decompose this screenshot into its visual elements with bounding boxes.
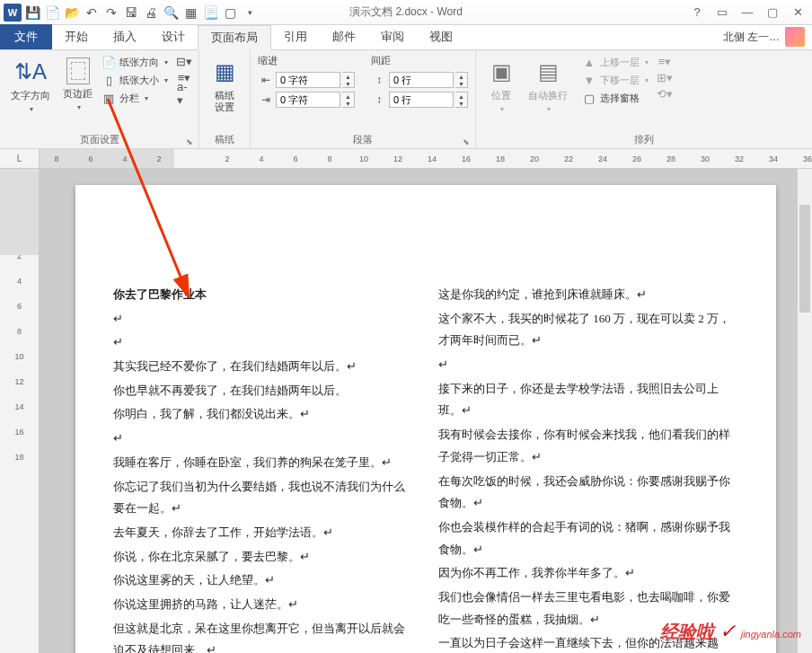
paragraph[interactable]: ↵ <box>438 354 738 376</box>
new-doc-icon[interactable]: 📄 <box>43 4 61 22</box>
qat-more-icon[interactable]: ▾ <box>241 4 259 22</box>
spacing-after-value[interactable]: 0 行 <box>389 92 454 108</box>
user-name[interactable]: 北侧 左一… <box>723 30 780 45</box>
group-label-page-setup[interactable]: 页面设置 <box>7 131 191 146</box>
paragraph[interactable]: ↵ <box>113 331 413 354</box>
margins-button[interactable]: 页边距 ▾ <box>59 54 96 115</box>
paragraph[interactable]: 这个家不大，我买的时候花了 160 万，现在可以卖 2 万，才两年时间而已。↵ <box>438 308 738 352</box>
close-button[interactable]: ✕ <box>787 4 808 22</box>
paragraph[interactable]: 接下来的日子，你还是去学校学法语，我照旧去公司上班。↵ <box>438 378 738 422</box>
spinner-down[interactable]: ▼ <box>342 80 354 87</box>
help-button[interactable]: ? <box>686 4 708 22</box>
paragraph[interactable]: 你也早就不再爱我了，在我们结婚两年以后。 <box>113 380 413 402</box>
page[interactable]: 你去了巴黎作业本 ↵↵其实我已经不爱你了，在我们结婚两年以后。↵你也早就不再爱我… <box>75 185 776 653</box>
preview-icon[interactable]: 🔍 <box>162 4 180 22</box>
size-button[interactable]: ▯ 纸张大小 ▾ <box>102 72 168 88</box>
blank-icon[interactable]: ▢ <box>221 4 239 22</box>
page-content[interactable]: 你去了巴黎作业本 ↵↵其实我已经不爱你了，在我们结婚两年以后。↵你也早就不再爱我… <box>113 284 738 653</box>
file-tab[interactable]: 文件 <box>0 24 52 49</box>
paragraph[interactable]: 你说，你在北京呆腻了，要去巴黎。↵ <box>113 546 413 569</box>
ruler-tick: 28 <box>654 149 688 169</box>
tab-review[interactable]: 审阅 <box>368 24 417 49</box>
paragraph[interactable]: 你说这里雾的天，让人绝望。↵ <box>113 569 413 592</box>
redo-icon[interactable]: ↷ <box>102 4 120 22</box>
paragraph[interactable]: 你明白，我了解，我们都没说出来。↵ <box>113 403 413 426</box>
align-icon[interactable]: ≡▾ <box>658 54 672 68</box>
paragraph[interactable]: 我睡在客厅，你睡在卧室，我们养的狗呆在笼子里。↵ <box>113 452 413 474</box>
spinner-down[interactable]: ▼ <box>455 100 467 107</box>
tab-home[interactable]: 开始 <box>52 24 101 49</box>
orientation-button[interactable]: 📄 纸张方向 ▾ <box>102 54 168 70</box>
spinner-down[interactable]: ▼ <box>455 80 467 87</box>
ruler-tick: 6 <box>74 149 108 169</box>
ribbon-toggle-button[interactable]: ▭ <box>711 4 733 22</box>
spacing-before-value[interactable]: 0 行 <box>389 72 454 88</box>
scroll-thumb[interactable] <box>799 205 810 313</box>
chevron-down-icon: ▾ <box>645 76 649 84</box>
spacing-before-spinner[interactable]: ↕ 0 行 ▲▼ <box>371 72 468 88</box>
hyphenation-icon[interactable]: a-▾ <box>177 86 191 101</box>
group-icon[interactable]: ⊞▾ <box>658 70 672 84</box>
tab-page-layout[interactable]: 页面布局 <box>198 25 271 50</box>
spinner-up[interactable]: ▲ <box>342 93 354 100</box>
print-icon[interactable]: 🖨 <box>142 4 160 22</box>
paragraph[interactable]: ↵ <box>113 428 413 450</box>
selection-pane-button[interactable]: ▢ 选择窗格 <box>582 90 649 106</box>
paragraph[interactable]: 你也会装模作样的合起手有词的说：猪啊，感谢你赐予我食物。↵ <box>438 516 738 560</box>
table-icon[interactable]: ▦ <box>181 4 199 22</box>
spacing-before-icon: ↕ <box>371 73 387 87</box>
tab-insert[interactable]: 插入 <box>101 24 149 49</box>
manuscript-settings-button[interactable]: ▦ 稿纸 设置 <box>207 54 243 117</box>
ruler-tick: 12 <box>381 149 415 169</box>
vertical-ruler[interactable]: 4224681012141618 <box>0 169 40 653</box>
open-icon[interactable]: 📂 <box>63 4 81 22</box>
spinner-up[interactable]: ▲ <box>455 73 467 80</box>
page-icon[interactable]: 📃 <box>201 4 219 22</box>
indent-left-spinner[interactable]: ⇤ 0 字符 ▲▼ <box>258 72 355 88</box>
paragraph[interactable]: ↵ <box>113 308 413 331</box>
rotate-icon[interactable]: ⟲▾ <box>658 86 672 101</box>
paragraph[interactable]: 其实我已经不爱你了，在我们结婚两年以后。↵ <box>113 356 413 378</box>
paragraph[interactable]: 因为你不再工作，我养你半年多了。↵ <box>438 562 738 585</box>
paragraph[interactable]: 在每次吃饭的时候，我还会威胁你说：你要感谢我赐予你食物。↵ <box>438 471 738 515</box>
bring-forward-button[interactable]: ▲ 上移一层 ▾ <box>582 54 649 70</box>
indent-right-spinner[interactable]: ⇥ 0 字符 ▲▼ <box>258 92 355 108</box>
paragraph[interactable]: 你忘记了我们当初为什么要结婚，我也说不清我们为什么要在一起。↵ <box>113 476 413 520</box>
paragraph[interactable]: 去年夏天，你辞去了工作，开始学法语。↵ <box>113 522 413 544</box>
save-icon[interactable]: 💾 <box>23 4 41 22</box>
paragraph[interactable]: 你说这里拥挤的马路，让人迷茫。↵ <box>113 594 413 616</box>
orientation-icon: 📄 <box>102 55 116 69</box>
paragraph[interactable]: 但这就是北京，呆在这里你想离开它，但当离开以后就会迫不及待想回来。↵ <box>113 618 413 653</box>
ruler-tick: 24 <box>586 149 620 169</box>
group-label-paragraph[interactable]: 段落 <box>258 131 468 146</box>
avatar[interactable] <box>785 27 805 47</box>
send-backward-button[interactable]: ▼ 下移一层 ▾ <box>582 72 649 88</box>
position-button[interactable]: ▣ 位置 ▾ <box>483 54 519 117</box>
indent-right-value[interactable]: 0 字符 <box>276 92 340 108</box>
vertical-scrollbar[interactable] <box>798 169 812 653</box>
paragraph[interactable]: 这是你我的约定，谁抢到床谁就睡床。↵ <box>438 284 738 306</box>
tab-design[interactable]: 设计 <box>149 24 198 49</box>
tab-view[interactable]: 视图 <box>417 24 465 49</box>
tab-references[interactable]: 引用 <box>271 24 320 49</box>
spinner-down[interactable]: ▼ <box>342 100 354 107</box>
save2-icon[interactable]: 🖫 <box>122 4 140 22</box>
tab-mailings[interactable]: 邮件 <box>320 24 368 49</box>
spinner-up[interactable]: ▲ <box>342 73 354 80</box>
wrap-text-button[interactable]: ▤ 自动换行 ▾ <box>525 54 571 117</box>
maximize-button[interactable]: ▢ <box>762 4 783 22</box>
spacing-after-spinner[interactable]: ↕ 0 行 ▲▼ <box>371 92 468 108</box>
spinner-up[interactable]: ▲ <box>455 93 467 100</box>
breaks-icon[interactable]: ⊟▾ <box>177 54 191 68</box>
horizontal-ruler[interactable]: 8642246810121416182022242628303234363840… <box>40 149 812 169</box>
minimize-button[interactable]: — <box>737 4 758 22</box>
doc-heading[interactable]: 你去了巴黎作业本 <box>113 284 413 306</box>
text-direction-button[interactable]: ⇅A 文字方向 ▾ <box>7 54 54 117</box>
paragraph[interactable]: 我有时候会去接你，你有时候会来找我，他们看我们的样子觉得一切正常。↵ <box>438 424 738 468</box>
document-area[interactable]: 你去了巴黎作业本 ↵↵其实我已经不爱你了，在我们结婚两年以后。↵你也早就不再爱我… <box>40 169 812 653</box>
margins-icon <box>66 57 90 84</box>
undo-icon[interactable]: ↶ <box>83 4 101 22</box>
indent-left-value[interactable]: 0 字符 <box>276 72 340 88</box>
indent-left-icon: ⇤ <box>258 73 274 87</box>
columns-button[interactable]: ▥ 分栏 ▾ <box>102 90 168 106</box>
